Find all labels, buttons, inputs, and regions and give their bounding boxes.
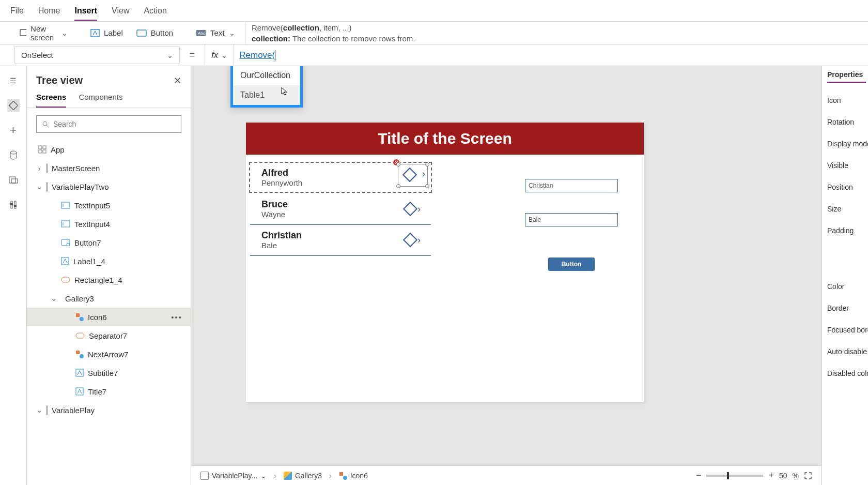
tree-view-title: Tree view: [36, 74, 83, 86]
breadcrumb-gallery[interactable]: Gallery3: [284, 472, 322, 480]
node-icon: [47, 183, 48, 191]
menu-file[interactable]: File: [10, 6, 24, 16]
tree-node[interactable]: ›MasterScreen: [27, 159, 191, 177]
label-button[interactable]: Label: [85, 26, 128, 39]
zoom-slider[interactable]: [706, 475, 763, 477]
tree-node[interactable]: TextInput5: [27, 196, 191, 215]
prop-row[interactable]: Auto disable: [827, 347, 866, 356]
canvas-button[interactable]: Button: [548, 257, 595, 271]
gallery-subtitle: Wayne: [261, 210, 288, 219]
more-icon[interactable]: •••: [171, 313, 182, 322]
search-input[interactable]: Search: [36, 115, 181, 133]
prop-row[interactable]: Position: [827, 183, 866, 191]
tools-icon[interactable]: [7, 199, 20, 211]
diamond-icon: [403, 233, 417, 247]
media-icon[interactable]: [7, 174, 20, 186]
text-button[interactable]: Abc Text: [191, 26, 240, 39]
menu-view[interactable]: View: [112, 6, 129, 16]
svg-line-14: [47, 125, 49, 127]
prop-row[interactable]: Focused border: [827, 326, 866, 334]
svg-rect-29: [76, 333, 84, 338]
button-button[interactable]: Button: [131, 26, 178, 39]
svg-rect-26: [61, 277, 70, 282]
chevron-right-icon: [329, 472, 332, 480]
tree-node[interactable]: NextArrow7: [27, 345, 191, 363]
menu-home[interactable]: Home: [38, 6, 60, 16]
chevron-down-icon: [167, 51, 173, 59]
gallery-row[interactable]: ChristianBale›: [250, 225, 431, 256]
chevron-right-icon: ›: [417, 235, 421, 246]
menu-action[interactable]: Action: [144, 6, 166, 16]
zoom-out-button[interactable]: −: [696, 470, 702, 481]
hamburger-icon[interactable]: ☰: [7, 74, 20, 87]
gallery-row[interactable]: BruceWayne›: [250, 194, 431, 225]
node-icon: [61, 277, 70, 283]
prop-row[interactable]: Color: [827, 282, 866, 291]
svg-point-28: [80, 317, 84, 321]
equals-sign: =: [180, 50, 205, 60]
text-input-2[interactable]: [525, 213, 618, 226]
selection-handles[interactable]: ✕›: [398, 164, 428, 187]
new-screen-label: New screen: [30, 24, 57, 42]
tree-node[interactable]: Subtitle7: [27, 363, 191, 382]
tree-node-label: VariablePlay: [52, 406, 95, 415]
property-selector[interactable]: OnSelect: [14, 47, 180, 64]
tree-view-panel: Tree view ✕ Screens Components Search Ap…: [27, 66, 191, 485]
new-screen-button[interactable]: New screen: [14, 22, 73, 44]
screen-icon: [200, 472, 209, 480]
tree-node[interactable]: Label1_4: [27, 252, 191, 270]
tree-view-icon[interactable]: [7, 99, 20, 112]
tree-node-label: MasterScreen: [52, 164, 100, 173]
chevron-right-icon: ›: [417, 204, 421, 215]
breadcrumb-screen[interactable]: VariablePlay...: [200, 472, 267, 480]
insert-icon[interactable]: +: [7, 124, 20, 137]
tree-node[interactable]: Icon6•••: [27, 308, 191, 326]
menu-insert[interactable]: Insert: [74, 6, 97, 21]
text-input-1[interactable]: [525, 179, 618, 192]
close-icon[interactable]: ✕: [174, 75, 181, 86]
prop-row[interactable]: Visible: [827, 161, 866, 170]
tree-node[interactable]: TextInput4: [27, 215, 191, 233]
prop-row[interactable]: Padding: [827, 226, 866, 235]
zoom-in-button[interactable]: +: [768, 470, 774, 481]
svg-point-31: [80, 354, 84, 358]
chevron-right-icon: ›: [422, 169, 425, 179]
intellisense-option[interactable]: Table1: [233, 85, 300, 105]
tree-node[interactable]: ⌄VariablePlay: [27, 401, 191, 419]
tree-node[interactable]: Title7: [27, 382, 191, 401]
zoom-value: 50: [779, 472, 787, 480]
main-area: ☰ + Tree view ✕ Screens Components Searc…: [0, 66, 868, 485]
prop-row[interactable]: Rotation: [827, 118, 866, 126]
tree-node[interactable]: ⌄Gallery3: [27, 289, 191, 308]
prop-row[interactable]: Disabled color: [827, 369, 866, 377]
svg-rect-8: [11, 179, 18, 183]
data-icon[interactable]: [7, 149, 20, 161]
tree-node[interactable]: Rectangle1_4: [27, 270, 191, 289]
tab-screens[interactable]: Screens: [36, 93, 66, 108]
node-icon: [75, 313, 84, 321]
node-icon: [61, 257, 69, 265]
formula-signature-help: Remove(collection, item, ...) collection…: [239, 22, 868, 44]
intellisense-option[interactable]: OurCollection: [233, 66, 300, 85]
fx-toggle[interactable]: fx: [205, 44, 234, 66]
tree-node-app[interactable]: App: [27, 140, 191, 159]
chevron-right-icon: [274, 472, 276, 480]
prop-row[interactable]: Border: [827, 304, 866, 312]
tab-components[interactable]: Components: [79, 93, 122, 108]
prop-row[interactable]: Display mode: [827, 140, 866, 148]
tab-properties[interactable]: Properties: [827, 70, 866, 83]
gallery-row[interactable]: AlfredPennyworth✕›: [249, 162, 432, 193]
fit-to-window-icon[interactable]: [804, 472, 812, 480]
tree-node[interactable]: Button7: [27, 233, 191, 252]
diamond-icon: [402, 168, 417, 182]
prop-row[interactable]: Size: [827, 205, 866, 213]
svg-point-6: [10, 151, 17, 154]
tree-node[interactable]: Separator7: [27, 326, 191, 345]
tree-node[interactable]: ⌄VariablePlayTwo: [27, 177, 191, 196]
node-icon: [61, 220, 70, 228]
node-icon: [75, 387, 84, 396]
prop-row[interactable]: Icon: [827, 96, 866, 104]
breadcrumb-control[interactable]: Icon6: [339, 472, 368, 480]
formula-input[interactable]: Remove(: [234, 44, 868, 66]
caret-icon: ⌄: [36, 182, 42, 191]
